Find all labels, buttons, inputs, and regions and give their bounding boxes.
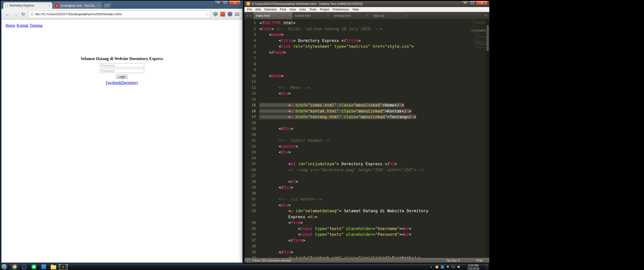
footer-link-facebook[interactable]: Facebook [106, 80, 121, 85]
code-line[interactable]: 6 </head> [244, 50, 471, 56]
line-number[interactable]: 34 [244, 220, 259, 226]
tray-icon-blue[interactable] [441, 266, 444, 268]
line-number[interactable]: 2 [244, 26, 259, 32]
menu-item-preferences[interactable]: Preferences [331, 8, 351, 11]
taskbar-button-app2[interactable] [39, 264, 48, 270]
line-number[interactable]: 29 [244, 184, 259, 190]
taskbar-clock[interactable]: 3:29 PM 7/31/2016 [463, 264, 484, 270]
tab-close-icon[interactable]: × [405, 14, 407, 17]
scrollbar-thumb[interactable] [487, 25, 489, 51]
code-line[interactable]: 19 </div> [244, 126, 471, 132]
extension-icon-2[interactable] [220, 12, 225, 16]
syntax-indicator[interactable]: HTML [476, 259, 483, 262]
code-line[interactable]: 26 <!--<img src="dormitory.png" heigh="2… [244, 167, 471, 173]
code-line[interactable]: 14 [244, 96, 471, 102]
code-line[interactable]: 3 <head> [244, 32, 471, 38]
line-number[interactable]: 7 [244, 55, 259, 61]
code-line[interactable]: Express </p> [244, 214, 471, 220]
line-number[interactable]: 28 [244, 179, 259, 185]
code-line[interactable]: 9 [244, 67, 471, 73]
extension-icon-3[interactable] [228, 12, 232, 16]
code-line[interactable]: 12 <!-- Menu --> [244, 85, 471, 91]
line-number[interactable]: 31 [244, 196, 259, 202]
taskbar-button-explorer[interactable] [49, 264, 58, 270]
code-line[interactable]: 16────────────<a·href="kontak.html"·clas… [244, 108, 471, 114]
tabs-overflow-button[interactable]: ▼ [482, 12, 489, 19]
menu-item-edit[interactable]: Edit [254, 8, 262, 11]
new-tab-button[interactable] [103, 4, 111, 8]
scrollbar-track[interactable] [486, 20, 489, 258]
line-number[interactable]: 39 [244, 249, 259, 255]
action-center-flag-icon[interactable]: ⚑ [446, 266, 449, 268]
code-line[interactable]: 38 [244, 243, 471, 249]
line-number[interactable]: 36 [244, 232, 259, 238]
code-line[interactable]: 21 <!-- Judul/ header--> [244, 138, 471, 144]
network-icon[interactable] [452, 266, 455, 268]
menu-item-help[interactable]: Help [351, 8, 361, 11]
footer-link-dormitory[interactable]: Dormitory [121, 80, 138, 85]
extension-icon-1[interactable] [213, 12, 218, 16]
code-line[interactable]: 29 </div> [244, 184, 471, 190]
chrome-menu-button[interactable] [235, 13, 239, 16]
line-number[interactable]: 23 [244, 149, 259, 155]
tab-close-icon[interactable]: × [48, 4, 50, 7]
code-line[interactable]: 36 <input type="texts" placeholder="Pass… [244, 232, 471, 238]
username-input[interactable] [100, 63, 144, 68]
login-button[interactable]: Login [116, 74, 128, 79]
volume-icon[interactable] [457, 266, 460, 268]
code-line[interactable]: 2<html> <!-- Dicky, latihan koding 30 Ju… [244, 26, 471, 32]
code-line[interactable]: 33 <p id="selamatdatang"> Selamat Datang… [244, 208, 471, 214]
line-number[interactable]: 8 [244, 61, 259, 67]
start-button[interactable] [2, 264, 7, 270]
line-number[interactable]: 33 [244, 208, 259, 214]
line-number[interactable]: 10 [244, 73, 259, 79]
browser-close-button[interactable]: × [229, 1, 241, 5]
line-number[interactable]: 26 [244, 167, 259, 173]
line-number[interactable]: 25 [244, 161, 259, 167]
line-number[interactable]: 24 [244, 155, 259, 161]
tab-scroll-left-button[interactable]: ◄ [246, 14, 248, 17]
tab-scroll-right-button[interactable]: ► [250, 14, 252, 17]
taskbar-button-app1[interactable] [20, 264, 29, 270]
code-line[interactable]: 20 [244, 132, 471, 138]
password-input[interactable] [100, 69, 144, 73]
forward-button[interactable]: → [13, 12, 18, 17]
line-number[interactable]: 35 [244, 226, 259, 232]
line-number[interactable]: 9 [244, 67, 259, 73]
nav-link-tentang[interactable]: Tentang [30, 23, 42, 28]
line-number[interactable]: 22 [244, 144, 259, 150]
line-number[interactable]: 27 [244, 173, 259, 179]
line-number[interactable]: 21 [244, 138, 259, 144]
code-line[interactable]: 39 </div> [244, 249, 471, 255]
code-line[interactable]: 22 <center> [244, 144, 471, 150]
code-line[interactable]: 18 [244, 120, 471, 126]
code-line[interactable]: 4 <title> Dormitory Express </title> [244, 38, 471, 44]
reload-button[interactable]: ↻ [21, 12, 26, 17]
code-line[interactable]: 10 <body> [244, 73, 471, 79]
browser-tab-0[interactable]: Dormitory Express× [3, 2, 52, 9]
code-line[interactable]: 25 <h1 id="inijudulnya"> Dormitory Expre… [244, 161, 471, 167]
code-line[interactable]: 7 [244, 55, 471, 61]
menu-item-file[interactable]: File [245, 8, 254, 11]
code-line[interactable]: 24 [244, 155, 471, 161]
code-line[interactable]: 37 </form> [244, 238, 471, 244]
code-line[interactable]: 17────────────<a·href="tentang.html"·cla… [244, 114, 471, 120]
minimap[interactable]: <!DOCTYPE html><html> <!-- Dicky, latiha… [471, 20, 486, 258]
line-number[interactable]: 32 [244, 202, 259, 208]
tab-size-indicator[interactable]: Tab Size: 4 [446, 259, 460, 262]
tray-icon-orange[interactable] [435, 266, 438, 268]
line-number[interactable]: 5 [244, 44, 259, 50]
code-line[interactable]: 32 <div> [244, 202, 471, 208]
sublime-minimize-button[interactable] [461, 1, 469, 5]
taskbar-button-line[interactable] [29, 264, 39, 270]
code-line[interactable]: 13 <div> [244, 90, 471, 96]
sublime-close-button[interactable]: × [476, 1, 488, 5]
line-number[interactable]: 4 [244, 38, 259, 44]
line-number[interactable]: 37 [244, 238, 259, 244]
code-line[interactable]: 30 [244, 190, 471, 196]
code-line[interactable]: 35 <input type="texts" placeholder="User… [244, 226, 471, 232]
line-number[interactable]: 40 [244, 255, 259, 258]
line-number[interactable]: 13 [244, 90, 259, 96]
nav-link-home[interactable]: Home [6, 23, 15, 28]
browser-tab-1[interactable]: ▶8 menghias link - YouTub...× [53, 2, 102, 9]
